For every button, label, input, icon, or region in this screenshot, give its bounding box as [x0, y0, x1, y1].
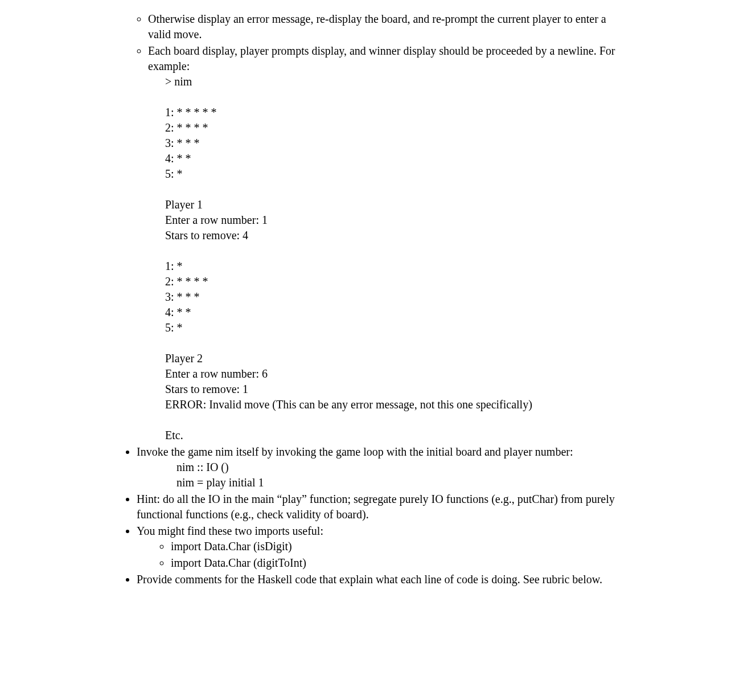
import-text: import Data.Char (digitToInt): [171, 556, 306, 569]
etc-text: Etc.: [165, 428, 617, 443]
board-row: 3: * * *: [165, 289, 617, 305]
player-prompt-stars: Stars to remove: 1: [165, 382, 617, 397]
list-item-hint: Hint: do all the IO in the main “play” f…: [137, 492, 617, 522]
list-item-text: Each board display, player prompts displ…: [148, 44, 615, 72]
list-item-text: Provide comments for the Haskell code th…: [137, 573, 602, 586]
player-prompt-stars: Stars to remove: 4: [165, 228, 617, 243]
list-item-text: Hint: do all the IO in the main “play” f…: [137, 493, 615, 521]
board-row: 1: *: [165, 259, 617, 274]
code-line: nim = play initial 1: [176, 475, 617, 490]
board-row: 4: * *: [165, 151, 617, 166]
list-item-invoke: Invoke the game nim itself by invoking t…: [137, 444, 617, 490]
list-item-text: You might find these two imports useful:: [137, 525, 323, 537]
list-item-text: Invoke the game nim itself by invoking t…: [137, 445, 573, 458]
example-cmd: > nim: [165, 74, 617, 89]
document-page: Otherwise display an error message, re-d…: [0, 0, 731, 700]
board-row: 1: * * * * *: [165, 105, 617, 120]
player-header: Player 1: [165, 197, 617, 212]
error-message: ERROR: Invalid move (This can be any err…: [165, 397, 617, 412]
player-prompt-row: Enter a row number: 1: [165, 212, 617, 228]
list-item-text: Otherwise display an error message, re-d…: [148, 13, 606, 40]
board-row: 2: * * * *: [165, 274, 617, 289]
import-text: import Data.Char (isDigit): [171, 540, 292, 552]
player-header: Player 2: [165, 351, 617, 366]
board-row: 4: * *: [165, 305, 617, 320]
list-item: import Data.Char (digitToInt): [171, 555, 617, 571]
main-list: Invoke the game nim itself by invoking t…: [114, 444, 617, 587]
list-item: Each board display, player prompts displ…: [148, 43, 617, 443]
list-item-comments: Provide comments for the Haskell code th…: [137, 572, 617, 587]
board-row: 5: *: [165, 320, 617, 335]
board-row: 5: *: [165, 166, 617, 182]
example-block: > nim 1: * * * * * 2: * * * * 3: * * * 4…: [165, 74, 617, 443]
list-item: Otherwise display an error message, re-d…: [148, 11, 617, 42]
code-line: nim :: IO (): [176, 460, 617, 475]
board-row: 2: * * * *: [165, 120, 617, 136]
top-sub-list: Otherwise display an error message, re-d…: [114, 11, 617, 443]
imports-sub-list: import Data.Char (isDigit) import Data.C…: [137, 539, 617, 571]
player-prompt-row: Enter a row number: 6: [165, 366, 617, 382]
invoke-code-block: nim :: IO () nim = play initial 1: [176, 460, 617, 490]
board-row: 3: * * *: [165, 136, 617, 151]
list-item: import Data.Char (isDigit): [171, 539, 617, 554]
list-item-imports: You might find these two imports useful:…: [137, 523, 617, 571]
